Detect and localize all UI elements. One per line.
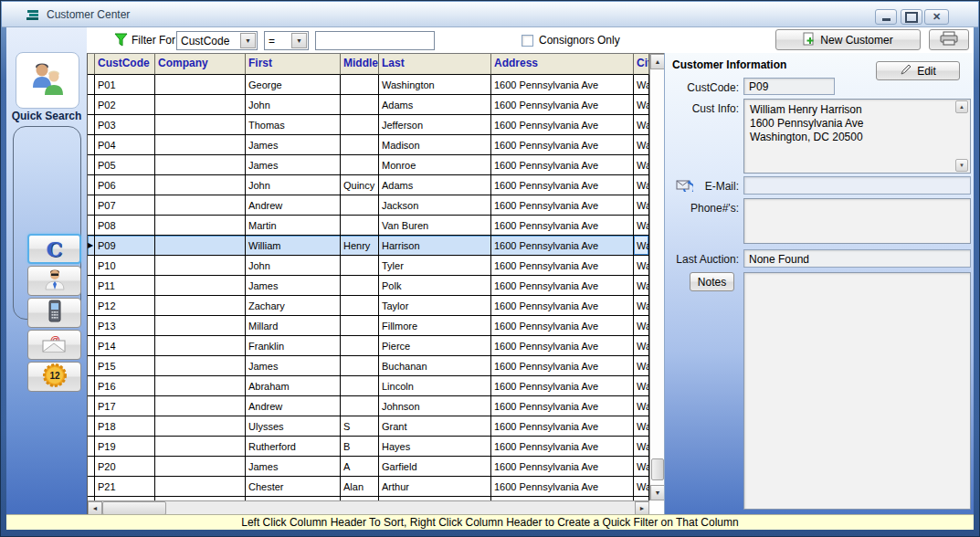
table-row-p08[interactable]: P08MartinVan Buren1600 Pennsylvania AveW… (88, 216, 664, 236)
table-row-p17[interactable]: P17AndrewJohnson1600 Pennsylvania AveWas (88, 396, 664, 416)
consignors-only-checkbox[interactable] (522, 35, 533, 47)
cell-last: Adams (379, 95, 491, 115)
cell-cust_code: P12 (95, 296, 155, 316)
vertical-scrollbar-thumb[interactable] (651, 458, 664, 480)
scroll-right-arrow-icon[interactable] (635, 501, 649, 515)
cell-middle (341, 95, 379, 115)
quick-search-email-button[interactable]: @ (27, 330, 81, 360)
new-customer-button[interactable]: New Customer (775, 29, 921, 50)
horizontal-scrollbar[interactable] (88, 500, 649, 515)
cell-company (155, 376, 246, 396)
print-button[interactable] (929, 29, 969, 50)
app-logo-icon (26, 8, 40, 26)
cell-cust_code: P07 (95, 195, 155, 216)
cell-city: Was (634, 416, 649, 437)
column-header-last[interactable]: Last (379, 54, 491, 75)
table-row-p05[interactable]: P05JamesMonroe1600 Pennsylvania AveWas (88, 155, 664, 175)
quick-search-custcode-button[interactable] (27, 234, 81, 264)
letter-c-icon (47, 237, 63, 261)
cell-city: Was (634, 216, 649, 236)
notes-box[interactable] (743, 272, 971, 510)
table-row-p18[interactable]: P18UlyssesSGrant1600 Pennsylvania AveWas (88, 416, 664, 437)
cell-first: William (246, 236, 341, 256)
cell-city: Was (634, 356, 649, 376)
filter-operator-dropdown[interactable]: = (264, 31, 309, 50)
panel-title: Customer Information (672, 58, 786, 71)
cell-company (155, 296, 246, 316)
table-row-p09[interactable]: P09WilliamHenryHarrison1600 Pennsylvania… (88, 236, 664, 256)
scroll-left-arrow-icon[interactable] (88, 501, 102, 515)
table-row-p15[interactable]: P15JamesBuchanan1600 Pennsylvania AveWas (88, 356, 664, 376)
cell-last: Garfield (379, 457, 491, 477)
vertical-scrollbar[interactable] (649, 54, 665, 500)
filter-field-dropdown[interactable]: CustCode (176, 31, 258, 50)
email-field[interactable] (743, 176, 971, 195)
table-row-p14[interactable]: P14FranklinPierce1600 Pennsylvania AveWa… (88, 336, 664, 356)
edit-label: Edit (917, 65, 936, 78)
dropdown-arrow-icon[interactable] (240, 33, 256, 48)
quick-search-phone-button[interactable] (27, 298, 81, 328)
table-row-p10[interactable]: P10JohnTyler1600 Pennsylvania AveWas (88, 256, 664, 276)
scroll-down-arrow-icon[interactable] (650, 485, 665, 500)
table-row-p21[interactable]: P21ChesterAlanArthur1600 Pennsylvania Av… (88, 477, 664, 497)
cell-address: 1600 Pennsylvania Ave (491, 135, 634, 155)
quick-search-auction-number-button[interactable]: 12 (27, 362, 81, 392)
cell-address: 1600 Pennsylvania Ave (491, 296, 634, 316)
cell-company (155, 276, 246, 296)
column-header-address[interactable]: Address (491, 54, 634, 75)
cell-last: Washington (379, 75, 491, 95)
cell-last: Tyler (379, 256, 491, 276)
cell-middle (341, 216, 379, 236)
cell-last: Polk (379, 276, 491, 296)
row-selector-cell (88, 396, 95, 416)
table-row-p13[interactable]: P13MillardFillmore1600 Pennsylvania AveW… (88, 316, 664, 336)
custcode-field[interactable]: P09 (743, 78, 835, 95)
dropdown-arrow-icon[interactable] (291, 33, 307, 48)
cell-first: Chester (246, 477, 341, 497)
minimize-button[interactable] (875, 9, 897, 25)
table-row-p01[interactable]: P01GeorgeWashington1600 Pennsylvania Ave… (88, 75, 664, 95)
cell-last: Johnson (379, 396, 491, 416)
column-header-custcode[interactable]: CustCode (95, 54, 155, 75)
table-row-p12[interactable]: P12ZacharyTaylor1600 Pennsylvania AveWas (88, 296, 664, 316)
maximize-button[interactable] (901, 9, 922, 25)
cell-middle (341, 396, 379, 416)
cell-company (155, 195, 246, 216)
close-button[interactable] (924, 9, 949, 25)
table-row-p06[interactable]: P06JohnQuincyAdams1600 Pennsylvania AveW… (88, 175, 664, 195)
notes-button[interactable]: Notes (690, 272, 734, 291)
table-row-p07[interactable]: P07AndrewJackson1600 Pennsylvania AveWas (88, 195, 664, 216)
row-selector-cell (88, 115, 95, 135)
table-row-p02[interactable]: P02JohnAdams1600 Pennsylvania AveWas (88, 95, 664, 115)
cell-address: 1600 Pennsylvania Ave (491, 195, 634, 216)
cell-company (155, 75, 246, 95)
table-row-p04[interactable]: P04JamesMadison1600 Pennsylvania AveWas (88, 135, 664, 155)
cust-info-scrollbar[interactable] (955, 100, 969, 172)
column-header-first[interactable]: First (246, 54, 341, 75)
column-header-middle[interactable]: Middle (341, 54, 379, 75)
cell-city: Was (634, 155, 649, 175)
column-header-company[interactable]: Company (155, 54, 246, 75)
quick-search-name-button[interactable] (27, 266, 81, 296)
horizontal-scrollbar-thumb[interactable] (102, 501, 166, 515)
row-selector-cell (88, 216, 95, 236)
column-header-city[interactable]: City (634, 54, 649, 75)
cell-city: Was (634, 95, 649, 115)
edit-button[interactable]: Edit (876, 61, 960, 80)
cust-info-box[interactable]: William Henry Harrison1600 Pennsylvania … (743, 99, 971, 174)
phones-box[interactable] (743, 198, 971, 244)
scroll-up-arrow-icon[interactable] (650, 54, 665, 69)
cell-address: 1600 Pennsylvania Ave (491, 276, 634, 296)
scroll-down-arrow-icon[interactable] (955, 159, 968, 172)
filter-value-input[interactable] (315, 31, 435, 50)
cell-company (155, 216, 246, 236)
table-row-p16[interactable]: P16AbrahamLincoln1600 Pennsylvania AveWa… (88, 376, 664, 396)
scroll-up-arrow-icon[interactable] (955, 100, 968, 113)
table-row-p11[interactable]: P11JamesPolk1600 Pennsylvania AveWas (88, 276, 664, 296)
table-row-p19[interactable]: P19RutherfordBHayes1600 Pennsylvania Ave… (88, 437, 664, 457)
cell-city: Was (634, 316, 649, 336)
table-row-p03[interactable]: P03ThomasJefferson1600 Pennsylvania AveW… (88, 115, 664, 135)
cell-city: Was (634, 135, 649, 155)
cell-cust_code: P18 (95, 416, 155, 437)
table-row-p20[interactable]: P20JamesAGarfield1600 Pennsylvania AveWa… (88, 457, 664, 477)
